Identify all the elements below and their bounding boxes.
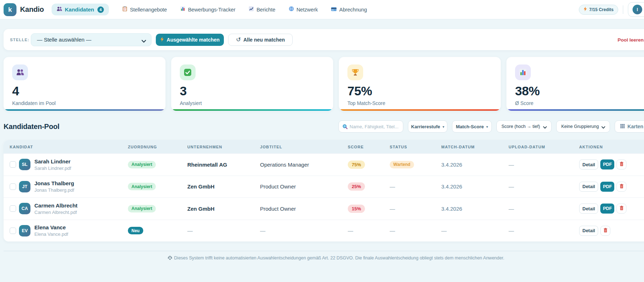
candidate-file: Sarah Lindner.pdf xyxy=(34,166,71,171)
company-cell: Rheinmetall AG xyxy=(187,162,260,168)
user-menu[interactable]: I xyxy=(628,2,644,17)
person-info: Jonas Thalberg Jonas Thalberg.pdf xyxy=(34,180,74,193)
match-selected-button[interactable]: Ausgewählte matchen xyxy=(156,34,224,46)
candidate-file: Carmen Albrecht.pdf xyxy=(34,210,77,215)
match-date-cell: 3.4.2026 xyxy=(441,162,509,168)
candidate-file: Elena Vance.pdf xyxy=(34,231,68,237)
logo-letter: k xyxy=(8,6,12,14)
job-select[interactable]: — Stelle auswählen — xyxy=(31,33,152,46)
header-divider xyxy=(623,5,623,14)
match-score-filter-button[interactable]: Match-Score ▾ xyxy=(452,120,492,133)
row-checkbox[interactable] xyxy=(10,183,16,190)
candidate-cell: CA Carmen Albrecht Carmen Albrecht.pdf xyxy=(10,202,128,215)
pdf-button[interactable]: PDF xyxy=(600,182,614,192)
detail-button[interactable]: Detail xyxy=(579,226,598,236)
assignment-cell: Analysiert xyxy=(128,183,187,190)
chevron-down-icon xyxy=(601,125,605,130)
check-icon xyxy=(180,64,196,80)
row-checkbox[interactable] xyxy=(10,228,16,234)
stat-card-top-match: 75% Top Match-Score xyxy=(339,57,501,111)
candidate-count-badge: 4 xyxy=(97,6,104,13)
actions-cell: Detail PDF xyxy=(579,204,644,214)
nav-item-abrechnung[interactable]: Abrechnung xyxy=(331,6,367,13)
job-title-cell: Operations Manager xyxy=(260,162,348,168)
row-checkbox[interactable] xyxy=(10,161,16,168)
table-row: EV Elena Vance Elena Vance.pdf Neu — — —… xyxy=(4,220,644,242)
detail-button[interactable]: Detail xyxy=(579,182,598,192)
delete-button[interactable] xyxy=(616,182,626,192)
delete-button[interactable] xyxy=(600,226,610,236)
search-icon xyxy=(342,124,348,131)
assignment-badge: Analysiert xyxy=(128,161,156,168)
nav-item-label: Kandidaten xyxy=(65,6,94,13)
search-input[interactable] xyxy=(339,121,403,132)
candidate-name: Elena Vance xyxy=(34,224,68,230)
rematch-all-button[interactable]: ↺ Alle neu matchen xyxy=(228,34,293,46)
pdf-button[interactable]: PDF xyxy=(600,204,614,214)
detail-button[interactable]: Detail xyxy=(579,204,598,214)
caret-down-icon: ▾ xyxy=(443,125,444,129)
match-date-cell: 3.4.2026 xyxy=(441,206,509,212)
candidate-name: Carmen Albrecht xyxy=(34,202,77,209)
status-cell: — xyxy=(390,228,441,234)
column-header-match-datum: MATCH-DATUM xyxy=(441,145,509,149)
nav-item-label: Bewerbungs-Tracker xyxy=(188,7,235,13)
grouping-select[interactable]: Keine Gruppierung xyxy=(556,120,610,133)
table-row: SL Sarah Lindner Sarah Lindner.pdf Analy… xyxy=(4,153,644,176)
nav-item-label: Netzwerk xyxy=(297,7,318,13)
table-row: JT Jonas Thalberg Jonas Thalberg.pdf Ana… xyxy=(4,176,644,198)
stat-accent-bar xyxy=(4,109,165,111)
app-logo: k xyxy=(4,3,16,16)
row-checkbox[interactable] xyxy=(10,205,16,212)
status-cell: — xyxy=(390,206,441,212)
job-select-label: STELLE: xyxy=(10,38,29,42)
credits-pill[interactable]: 7/15 Credits xyxy=(579,5,618,15)
users-icon xyxy=(12,64,28,80)
actions-cell: Detail xyxy=(579,226,644,236)
score-pill: 15% xyxy=(348,205,365,213)
job-title-cell: Product Owner xyxy=(260,183,348,190)
trophy-icon xyxy=(347,64,363,80)
refresh-icon: ↺ xyxy=(236,36,241,43)
lightning-icon xyxy=(160,37,164,43)
pool-section-header: Kandidaten-Pool Karrierestufe ▾ Match-Sc… xyxy=(4,120,644,133)
job-select-value: — Stelle auswählen — xyxy=(37,37,91,43)
score-cell: 25% xyxy=(348,182,390,191)
status-cell: Wartend xyxy=(390,161,441,168)
cards-view-toggle[interactable]: Karten xyxy=(615,120,644,133)
chevron-down-icon xyxy=(141,38,146,44)
upload-date-cell: — xyxy=(509,206,579,212)
nav-item-kandidaten[interactable]: Kandidaten 4 xyxy=(52,4,109,15)
match-date-cell: 3.4.2026 xyxy=(441,183,509,190)
disclaimer-text: Dieses System trifft keine automatisiert… xyxy=(168,255,504,261)
bar-chart-icon xyxy=(515,64,531,80)
career-filter-button[interactable]: Karrierestufe ▾ xyxy=(408,120,447,133)
score-cell: — xyxy=(348,228,390,234)
rematch-all-label: Alle neu matchen xyxy=(243,37,285,43)
nav-item-label: Abrechnung xyxy=(339,7,367,13)
stat-label: Ø Score xyxy=(515,100,644,106)
detail-button[interactable]: Detail xyxy=(579,159,598,169)
avatar: CA xyxy=(19,203,30,214)
nav-item-berichte[interactable]: Berichte xyxy=(249,6,275,13)
stat-label: Top Match-Score xyxy=(347,100,492,106)
chevron-down-icon xyxy=(543,125,547,130)
clear-pool-link[interactable]: Pool leeren xyxy=(617,37,644,42)
nav-item-stellenangebote[interactable]: Stellenangebote xyxy=(122,6,167,13)
nav-item-netzwerk[interactable]: Netzwerk xyxy=(289,6,318,13)
chart-increasing-icon xyxy=(249,6,254,13)
career-filter-label: Karrierestufe xyxy=(411,124,440,129)
status-cell: — xyxy=(390,183,441,190)
column-header-aktionen: AKTIONEN xyxy=(579,145,644,149)
score-cell: 15% xyxy=(348,205,390,213)
sort-select[interactable]: Score (hoch → tief) xyxy=(496,120,552,133)
delete-button[interactable] xyxy=(616,159,626,169)
delete-button[interactable] xyxy=(616,204,626,214)
person-info: Carmen Albrecht Carmen Albrecht.pdf xyxy=(34,202,77,215)
pdf-button[interactable]: PDF xyxy=(600,159,614,169)
column-header-status: STATUS xyxy=(390,145,441,149)
nav-item-bewerbungs-tracker[interactable]: Bewerbungs-Tracker xyxy=(180,6,235,13)
sort-select-value: Score (hoch → tief) xyxy=(501,124,540,129)
stat-accent-bar xyxy=(506,109,644,111)
stat-value: 38% xyxy=(515,85,644,97)
